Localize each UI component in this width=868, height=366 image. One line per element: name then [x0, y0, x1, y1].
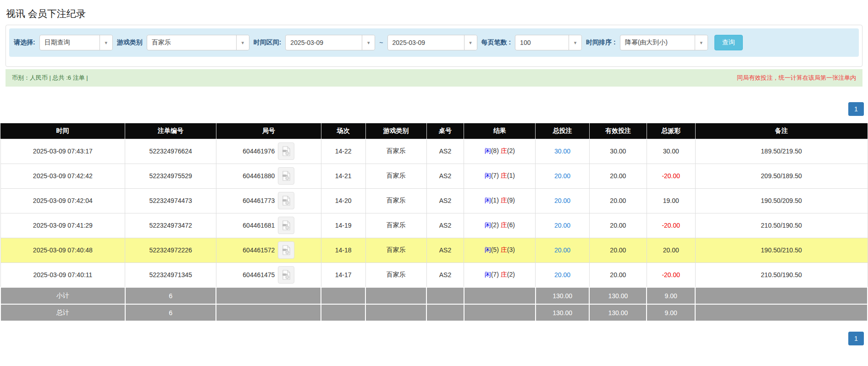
cell-remark: 210.50/190.50 [695, 213, 868, 238]
result-player-score: (7) [491, 172, 499, 179]
game-type-value: 百家乐 [147, 35, 236, 50]
cell-valid-bet: 20.00 [589, 238, 647, 262]
cell-payout: 30.00 [647, 139, 695, 164]
result-banker-score: (2) [507, 271, 515, 278]
cell-bet-id: 522324975529 [125, 164, 216, 188]
cell-payout: -20.00 [647, 213, 695, 238]
result-player: 闲 [485, 221, 491, 229]
cell-total-bet: 20.00 [536, 238, 590, 262]
total-valid-bet: 130.00 [589, 304, 647, 321]
currency-summary-text: 币别：人民币 | 总共 :6 注单 | [12, 74, 88, 82]
video-replay-button[interactable] [278, 217, 294, 234]
result-banker: 庄 [501, 271, 507, 278]
cell-total-bet: 20.00 [536, 188, 590, 213]
total-bet-link[interactable]: 20.00 [554, 197, 570, 204]
cell-remark: 209.50/189.50 [695, 164, 868, 188]
pagination-page-1-button[interactable]: 1 [848, 102, 864, 116]
cell-remark: 210.50/190.50 [695, 262, 868, 287]
result-banker: 庄 [501, 197, 507, 204]
video-replay-button[interactable] [278, 192, 294, 209]
sort-order-label: 时间排序 : [586, 38, 616, 47]
table-header-row: 时间 注单编号 局号 场次 游戏类别 桌号 结果 总投注 有效投注 总派彩 备注 [0, 123, 868, 139]
cell-total-bet: 20.00 [536, 164, 590, 188]
result-player: 闲 [485, 172, 491, 179]
result-player-score: (1) [491, 197, 499, 204]
time-range-label: 时间区间: [254, 38, 282, 47]
chevron-down-icon[interactable]: ▾ [464, 35, 477, 50]
cell-round-id: 604461475 [216, 262, 321, 287]
table-row: 2025-03-09 07:40:11 522324971345 6044614… [0, 262, 868, 287]
table-row: 2025-03-09 07:42:04 522324974473 6044617… [0, 188, 868, 213]
table-row: 2025-03-09 07:43:17 522324976624 6044619… [0, 139, 868, 164]
cell-table-no: AS2 [426, 238, 464, 262]
date-to-picker[interactable]: 2025-03-09 ▾ [387, 35, 477, 50]
cell-game-type: 百家乐 [365, 262, 426, 287]
chevron-down-icon[interactable]: ▾ [100, 35, 112, 50]
cell-round-id: 604461976 [216, 139, 321, 164]
video-file-icon [282, 245, 291, 255]
result-player: 闲 [485, 197, 491, 204]
chevron-down-icon[interactable]: ▾ [362, 35, 375, 50]
chevron-down-icon[interactable]: ▾ [695, 35, 708, 50]
cell-time: 2025-03-09 07:42:04 [0, 188, 125, 213]
total-bet-link[interactable]: 20.00 [554, 172, 570, 180]
result-player: 闲 [485, 246, 491, 253]
game-type-select[interactable]: 百家乐 ▾ [147, 35, 249, 50]
cell-game-type: 百家乐 [365, 164, 426, 188]
cell-session: 14-22 [321, 139, 365, 164]
sort-order-select[interactable]: 降幂(由大到小) ▾ [620, 35, 708, 50]
cell-result: 闲(7) 庄(1) [464, 164, 536, 188]
cell-session: 14-20 [321, 188, 365, 213]
cell-remark: 190.50/210.50 [695, 238, 868, 262]
game-type-label: 游戏类别 [117, 38, 143, 47]
cell-valid-bet: 20.00 [589, 213, 647, 238]
video-file-icon [282, 270, 291, 280]
query-type-select[interactable]: 日期查询 ▾ [39, 35, 113, 50]
header-round-id: 局号 [216, 123, 321, 139]
cell-table-no: AS2 [426, 164, 464, 188]
video-replay-button[interactable] [278, 167, 294, 185]
chevron-down-icon[interactable]: ▾ [236, 35, 249, 50]
cell-session: 14-18 [321, 238, 365, 262]
cell-bet-id: 522324973472 [125, 213, 216, 238]
cell-result: 闲(8) 庄(2) [464, 139, 536, 164]
cell-session: 14-19 [321, 213, 365, 238]
cell-valid-bet: 20.00 [589, 262, 647, 287]
cell-session: 14-17 [321, 262, 365, 287]
video-file-icon [282, 171, 291, 181]
cell-time: 2025-03-09 07:42:42 [0, 164, 125, 188]
total-bet-link[interactable]: 30.00 [554, 147, 570, 155]
result-banker-score: (2) [507, 147, 515, 154]
cell-game-type: 百家乐 [365, 188, 426, 213]
total-bet-link[interactable]: 20.00 [554, 271, 570, 279]
header-payout: 总派彩 [647, 123, 695, 139]
video-replay-button[interactable] [278, 241, 294, 259]
cell-result: 闲(5) 庄(3) [464, 238, 536, 262]
cell-game-type: 百家乐 [365, 213, 426, 238]
chevron-down-icon[interactable]: ▾ [569, 35, 581, 50]
per-page-select[interactable]: 100 ▾ [515, 35, 582, 50]
cell-round-id: 604461681 [216, 213, 321, 238]
subtotal-label: 小计 [0, 287, 125, 304]
cell-time: 2025-03-09 07:40:48 [0, 238, 125, 262]
cell-bet-id: 522324974473 [125, 188, 216, 213]
sort-order-value: 降幂(由大到小) [620, 35, 695, 50]
result-player: 闲 [485, 271, 491, 278]
cell-game-type: 百家乐 [365, 139, 426, 164]
cell-round-id: 604461773 [216, 188, 321, 213]
total-total-bet: 130.00 [536, 304, 590, 321]
date-from-picker[interactable]: 2025-03-09 ▾ [285, 35, 375, 50]
cell-bet-id: 522324972226 [125, 238, 216, 262]
cell-valid-bet: 30.00 [589, 139, 647, 164]
cell-bet-id: 522324971345 [125, 262, 216, 287]
result-banker-score: (9) [507, 197, 515, 204]
header-total-bet: 总投注 [536, 123, 590, 139]
total-bet-link[interactable]: 20.00 [554, 222, 570, 229]
total-bet-link[interactable]: 20.00 [554, 246, 570, 254]
result-banker: 庄 [501, 147, 507, 154]
search-button[interactable]: 查询 [714, 35, 743, 50]
video-replay-button[interactable] [278, 142, 294, 160]
total-label: 总计 [0, 304, 125, 321]
video-replay-button[interactable] [278, 266, 294, 284]
pagination-page-1-button[interactable]: 1 [848, 332, 864, 345]
